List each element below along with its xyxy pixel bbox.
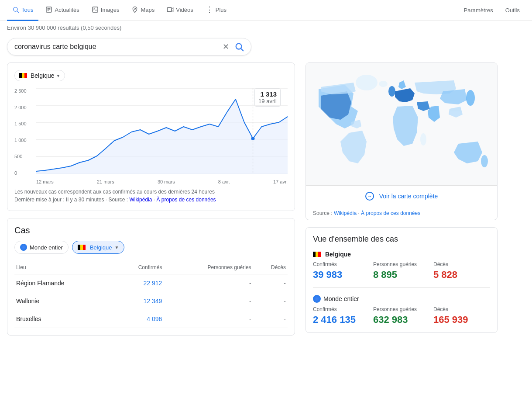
- world-gueris-label: Personnes guéries: [373, 306, 430, 312]
- cell-confirmes-0: 22 912: [112, 274, 164, 292]
- cell-gueris-1: -: [164, 292, 253, 310]
- chart-svg-container: [36, 88, 288, 174]
- filter-belgique[interactable]: Belgique ▼: [72, 241, 125, 254]
- nav-label-actualites: Actualités: [55, 7, 79, 13]
- search-input[interactable]: [14, 43, 223, 51]
- map-source-link[interactable]: Wikipédia: [334, 210, 357, 216]
- belgium-confirmes-stat: Confirmés 39 983: [313, 261, 370, 280]
- y-axis: 2 500 2 000 1 500 1 000 500 0: [14, 88, 27, 184]
- nav-item-videos[interactable]: Vidéos: [161, 0, 199, 21]
- table-row: Bruxelles 4 096 - -: [14, 310, 288, 328]
- filter-monde-label: Monde entier: [30, 244, 63, 251]
- cell-deces-0: -: [253, 274, 288, 292]
- nav-item-actualites[interactable]: Actualités: [40, 0, 84, 21]
- world-map-svg: [310, 67, 493, 181]
- chart-note-line1: Les nouveaux cas correspondent aux cas c…: [14, 188, 288, 196]
- nav-item-tous[interactable]: Tous: [7, 0, 38, 21]
- right-column: Voir la carte complète Source : Wikipédi…: [305, 62, 498, 343]
- belgium-gueris-value: 8 895: [373, 269, 430, 280]
- search-bar-container: ✕: [0, 35, 532, 62]
- maps-icon: [131, 6, 138, 13]
- x-label-30mars: 30 mars: [158, 179, 175, 184]
- search-bar: ✕: [7, 38, 251, 55]
- globe-icon-overview: [313, 295, 321, 303]
- y-label-2500: 2 500: [14, 88, 27, 93]
- cell-lieu-1: Wallonie: [14, 292, 112, 310]
- belgium-flag-filter: [78, 245, 86, 250]
- arrow-right-icon: [365, 192, 374, 201]
- cell-deces-2: -: [253, 310, 288, 328]
- chart-note-line2: Dernière mise à jour : Il y a 30 minutes…: [14, 196, 288, 204]
- view-full-map-label: Voir la carte complète: [379, 193, 438, 200]
- world-deces-label: Décès: [433, 306, 490, 312]
- nav-item-maps[interactable]: Maps: [126, 0, 160, 21]
- x-label-17avr: 17 avr.: [273, 179, 288, 184]
- globe-icon: [20, 244, 27, 251]
- x-axis: 12 mars 21 mars 30 mars 8 avr. 17 avr.: [36, 179, 288, 184]
- news-icon: [45, 6, 52, 13]
- svg-point-22: [388, 86, 395, 97]
- belgium-confirmes-label: Confirmés: [313, 261, 370, 267]
- cell-lieu-2: Bruxelles: [14, 310, 112, 328]
- svg-point-24: [481, 155, 488, 167]
- y-label-1000: 1 000: [14, 138, 27, 143]
- cases-card: Cas Monde entier Belgique ▼ Lieu Confirm…: [7, 218, 295, 336]
- filter-monde-entier[interactable]: Monde entier: [14, 241, 69, 254]
- belgium-deces-value: 5 828: [433, 269, 490, 280]
- nav-label-tous: Tous: [21, 7, 33, 13]
- tools-label: Outils: [505, 7, 520, 14]
- view-full-map-button[interactable]: Voir la carte complète: [306, 185, 497, 207]
- belgium-country-name: Belgique: [313, 251, 490, 258]
- cell-confirmes-1: 12 349: [112, 292, 164, 310]
- world-overview-section: Monde entier Confirmés 2 416 135 Personn…: [313, 295, 490, 325]
- left-column: Belgique ▼ 1 313 19 avril 2 500 2 000 1 …: [7, 62, 295, 343]
- video-icon: [167, 6, 174, 13]
- nav-item-images[interactable]: Images: [86, 0, 125, 21]
- belgium-gueris-label: Personnes guéries: [373, 261, 430, 267]
- world-deces-stat: Décès 165 939: [433, 306, 490, 325]
- cases-title: Cas: [14, 225, 288, 235]
- svg-line-11: [241, 48, 243, 51]
- svg-point-19: [251, 137, 255, 140]
- x-label-8avr: 8 avr.: [218, 179, 230, 184]
- world-confirmes-label: Confirmés: [313, 306, 370, 312]
- country-selector-chart[interactable]: Belgique ▼: [14, 70, 65, 81]
- svg-point-26: [420, 133, 426, 145]
- filter-chevron-icon: ▼: [115, 245, 119, 250]
- th-lieu: Lieu: [14, 261, 112, 274]
- images-icon: [92, 6, 99, 13]
- chart-about-link[interactable]: À propos de ces données: [157, 197, 216, 203]
- svg-rect-9: [168, 7, 172, 11]
- filter-buttons: Monde entier Belgique ▼: [14, 241, 288, 254]
- search-icon: [12, 6, 19, 13]
- results-count: Environ 30 900 000 résultats (0,50 secon…: [0, 21, 532, 35]
- overview-card: Vue d'ensemble des cas Belgique Confirmé…: [305, 227, 498, 333]
- world-confirmes-value: 2 416 135: [313, 314, 370, 325]
- filter-belgique-label: Belgique: [90, 244, 112, 251]
- chart-source-link[interactable]: Wikipédia: [129, 197, 152, 203]
- clear-search-button[interactable]: ✕: [223, 42, 229, 52]
- map-container: [306, 63, 497, 185]
- map-about-link[interactable]: À propos de ces données: [361, 210, 420, 216]
- table-row: Wallonie 12 349 - -: [14, 292, 288, 310]
- cell-gueris-2: -: [164, 310, 253, 328]
- svg-point-8: [134, 8, 136, 9]
- nav-label-plus: Plus: [216, 7, 227, 13]
- nav-settings[interactable]: Paramètres: [459, 0, 498, 21]
- map-source: Source : Wikipédia · À propos de ces don…: [306, 207, 497, 220]
- th-deces: Décès: [253, 261, 288, 274]
- svg-line-1: [17, 11, 19, 13]
- belgium-flag-chart: [19, 73, 27, 78]
- cell-gueris-0: -: [164, 274, 253, 292]
- nav-tools[interactable]: Outils: [500, 0, 525, 21]
- more-dots-icon: ⋮: [206, 5, 213, 14]
- y-label-0: 0: [14, 170, 27, 176]
- svg-point-21: [356, 75, 378, 90]
- cell-deces-1: -: [253, 292, 288, 310]
- search-submit-icon[interactable]: [234, 42, 244, 52]
- y-label-500: 500: [14, 154, 27, 159]
- world-gueris-stat: Personnes guéries 632 983: [373, 306, 430, 325]
- chevron-down-icon: ▼: [56, 73, 61, 78]
- th-confirmes: Confirmés: [112, 261, 164, 274]
- nav-item-plus[interactable]: ⋮ Plus: [200, 0, 232, 21]
